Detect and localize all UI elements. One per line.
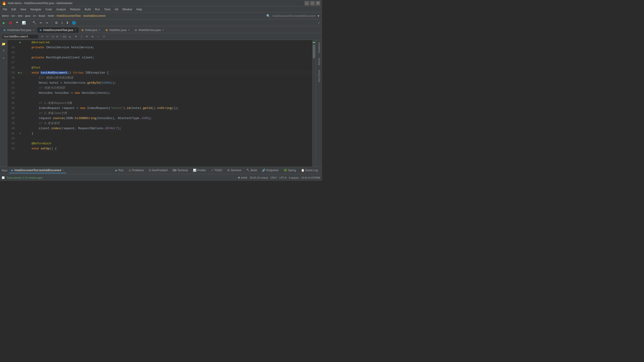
run-tab-close[interactable]: ✕: [62, 169, 64, 171]
build-label: Build: [251, 169, 257, 172]
menu-analyze[interactable]: Analyze: [54, 7, 68, 11]
scrollbar-track[interactable]: [312, 40, 316, 167]
bottom-tab-endpoints[interactable]: 🔗 Endpoints: [260, 168, 281, 173]
debug-button[interactable]: 🐞: [8, 20, 13, 25]
bottom-tab-todo[interactable]: ✓ TODO: [209, 168, 224, 173]
crlf-status[interactable]: CRLF: [270, 176, 277, 179]
breadcrumb-java[interactable]: java: [25, 14, 30, 17]
tab-icon-hotelindextest: ◉: [4, 28, 6, 31]
tab-close-ihotelservice[interactable]: ✕: [162, 29, 164, 31]
coverage-button[interactable]: ☂: [15, 20, 20, 25]
git-push-button[interactable]: ↪: [44, 20, 49, 25]
menu-file[interactable]: File: [1, 7, 9, 11]
tab-hoteldoc[interactable]: ◉ HotelDoc.java ✕: [103, 27, 132, 33]
menu-view[interactable]: View: [18, 7, 28, 11]
profile-button[interactable]: 📊: [21, 20, 27, 25]
breadcrumb-cn[interactable]: cn: [33, 14, 36, 17]
step-into-btn[interactable]: ⬇: [65, 20, 70, 25]
breadcrumb-class[interactable]: HotelDocumentTest: [56, 14, 81, 17]
breadcrumb-demo[interactable]: demo: [2, 14, 9, 17]
menu-edit[interactable]: Edit: [10, 7, 18, 11]
menu-git[interactable]: Git: [113, 7, 120, 11]
prev-match-btn[interactable]: ▲: [68, 34, 72, 39]
bottom-tab-eventlog[interactable]: 📋 Event Log: [299, 168, 320, 173]
bottom-tab-profiler[interactable]: 📊 Profiler: [191, 168, 208, 173]
tests-passed-status: Tests passed: 1 (3 minutes ago): [6, 176, 42, 179]
bottom-tab-services[interactable]: ⚙ Services: [225, 168, 244, 173]
bottom-tab-build[interactable]: 🔨 Build: [244, 168, 259, 173]
code-line-25: 25: [7, 50, 316, 55]
menu-navigate[interactable]: Navigate: [28, 7, 43, 11]
run-button[interactable]: ▶: [2, 20, 6, 25]
maximize-button[interactable]: □: [310, 1, 315, 5]
whole-word-btn[interactable]: W: [56, 35, 58, 38]
sidebar-database-label[interactable]: Database: [318, 40, 320, 55]
bottom-tab-genprotobuf[interactable]: G GenProtobuf: [146, 168, 170, 173]
charset-status[interactable]: UTF-8: [279, 176, 286, 179]
scrollbar-thumb[interactable]: [313, 44, 315, 58]
regex-btn[interactable]: .*: [60, 35, 62, 38]
search-replace-btn[interactable]: ↩: [46, 34, 50, 39]
menu-help[interactable]: Help: [134, 7, 144, 11]
run-config-dropdown-btn[interactable]: ▾: [317, 13, 320, 18]
breadcrumb-src[interactable]: src: [12, 14, 15, 17]
step-over-btn[interactable]: ⤵: [60, 20, 64, 25]
menu-refactor[interactable]: Refactor: [68, 7, 82, 11]
run-gutter-icon-24[interactable]: ▶: [19, 40, 21, 45]
pin-btn[interactable]: ⊕: [90, 34, 94, 39]
menu-tools[interactable]: Tools: [102, 7, 112, 11]
fold-gutter-icon-41[interactable]: ⊙: [20, 131, 21, 136]
tab-close-hotelindextest[interactable]: ✕: [33, 29, 34, 31]
bottom-tab-run-config[interactable]: ▶ HotelDocumentTest.testAddDocument ✕: [9, 168, 66, 173]
tab-hoteldocumenttest[interactable]: ◉ HotelDocumentTest.java ✕: [37, 27, 79, 33]
menu-build[interactable]: Build: [83, 7, 93, 11]
code-editor[interactable]: ▶ @Autowired 24 private IHotelService ho…: [7, 40, 316, 167]
sidebar-maven-label[interactable]: Maven: [318, 55, 320, 67]
translate-btn[interactable]: 🌐: [71, 20, 77, 25]
filter-btn[interactable]: ▼: [85, 34, 89, 39]
close-search-btn[interactable]: ✕: [102, 34, 106, 39]
menu-run[interactable]: Run: [93, 7, 102, 11]
minimize-button[interactable]: —: [304, 1, 309, 5]
indent-status[interactable]: 4 spaces: [289, 176, 299, 179]
services-label: Services: [231, 169, 241, 172]
build-button[interactable]: 🔨: [32, 20, 37, 25]
next-match-btn[interactable]: ▼: [74, 34, 78, 39]
breadcrumb-method[interactable]: testAddDocument: [84, 14, 105, 17]
title-bar-controls[interactable]: — □ ✕: [304, 1, 320, 5]
breadcrumb-hotel[interactable]: hotel: [48, 14, 54, 17]
tab-close-hotel[interactable]: ✕: [99, 29, 100, 31]
breadcrumb-itcast[interactable]: itcast: [39, 14, 45, 17]
search-backward-btn[interactable]: 🔍: [266, 13, 271, 18]
breadcrumb-test[interactable]: test: [18, 14, 22, 17]
sidebar-structure-icon[interactable]: ≡: [1, 48, 7, 54]
tab-close-hoteldoc[interactable]: ✕: [128, 29, 130, 31]
tab-hotelindextest[interactable]: ◉ HotelIndexTest.java ✕: [1, 27, 37, 33]
sidebar-favorites-icon[interactable]: ★: [1, 55, 7, 61]
code-line-42: 42: [7, 136, 316, 141]
bottom-tab-problems[interactable]: ⚠ Problems: [126, 168, 146, 173]
settings-button[interactable]: ⚙: [54, 20, 59, 25]
sidebar-project-icon[interactable]: 📁: [1, 41, 7, 47]
tab-close-hoteldocumenttest[interactable]: ✕: [74, 29, 76, 31]
warn-gutter-icon-29[interactable]: ⚠: [20, 70, 22, 75]
more-options-btn[interactable]: ⋯: [96, 34, 100, 39]
git-button[interactable]: ↩: [39, 20, 43, 25]
menu-window[interactable]: Window: [120, 7, 134, 11]
search-close-btn[interactable]: ✕: [40, 34, 44, 39]
sidebar-wordbook-label[interactable]: Word Book: [318, 67, 320, 85]
match-case-btn[interactable]: Cc: [52, 35, 54, 38]
bottom-tab-run[interactable]: ▶ Run: [113, 168, 126, 173]
close-button[interactable]: ✕: [316, 1, 320, 5]
spring-label: Spring: [288, 169, 296, 172]
bottom-tab-spring[interactable]: 🌿 Spring: [281, 168, 298, 173]
expand-btn[interactable]: □: [80, 34, 83, 39]
tab-ihotelservice[interactable]: ◉ IHotelService.java ✕: [132, 27, 166, 33]
status-checkbox[interactable]: [2, 176, 4, 179]
menu-code[interactable]: Code: [44, 7, 54, 11]
position-status[interactable]: 29:25 (15 chars): [250, 176, 268, 179]
search-input[interactable]: [2, 34, 39, 39]
tab-hotel[interactable]: ◉ Hotel.java ✕: [79, 27, 103, 33]
run-gutter-icon-29[interactable]: ▶: [18, 70, 20, 75]
bottom-tab-terminal[interactable]: ⌨ Terminal: [170, 168, 190, 173]
